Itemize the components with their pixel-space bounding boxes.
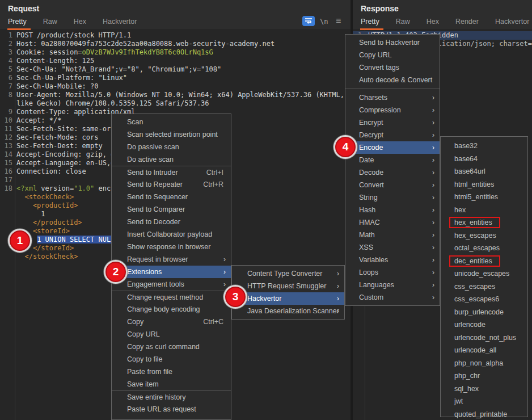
menu-item-extensions[interactable]: Extensions› [112,266,231,278]
menu-item-copy-url[interactable]: Copy URL [345,49,440,61]
menu-item-dec-entities[interactable]: dec_entities [441,255,527,268]
menu-item-java-deserialization-scanner[interactable]: Java Deserialization Scanner› [232,305,344,317]
menu-item-convert-tags[interactable]: Convert tags [345,61,440,74]
menu-item-base64url[interactable]: base64url [441,165,527,178]
menu-item-base64[interactable]: base64 [441,153,527,166]
menu-item-label: Copy URL [359,51,392,59]
menu-item-label: Content Type Converter [247,270,322,278]
menu-item-request-in-browser[interactable]: Request in browser› [112,253,231,266]
menu-item-custom[interactable]: Custom› [345,291,440,304]
menu-item-send-to-repeater[interactable]: Send to RepeaterCtrl+R [112,178,231,191]
menu-item-copy-url[interactable]: Copy URL [112,328,231,341]
menu-item-label: unicode_escapes [454,270,509,278]
editor-menu-icon[interactable]: ≡ [336,16,341,26]
menu-item-insert-collaborator-payload[interactable]: Insert Collaborator payload [112,228,231,241]
menu-item-math[interactable]: Math› [345,229,440,241]
menu-item-save-item[interactable]: Save item [112,378,231,390]
request-tab-hackvertor[interactable]: Hackvertor [103,18,137,26]
menu-item-encode[interactable]: Encode› [345,141,440,154]
menu-item-do-passive-scan[interactable]: Do passive scan [112,141,231,153]
submenu-arrow-icon: › [432,279,434,291]
menu-item-compression[interactable]: Compression› [345,104,440,116]
menu-item-jwt[interactable]: jwt [441,395,527,408]
response-tab-hex[interactable]: Hex [427,18,439,26]
menu-item-send-to-decoder[interactable]: Send to Decoder [112,216,231,228]
menu-item-html-entities[interactable]: html_entities [441,178,527,191]
hackvertor-submenu: Send to HackvertorCopy URLConvert tagsAu… [345,34,440,306]
code-segment: Sec-Fetch-Site: same-origin [16,125,127,133]
menu-item-content-type-converter[interactable]: Content Type Converter› [232,267,344,280]
newline-toggle-icon[interactable]: \n [320,18,328,26]
menu-item-encrypt[interactable]: Encrypt› [345,116,440,129]
menu-item-sql-hex[interactable]: sql_hex [441,383,527,396]
response-tab-raw[interactable]: Raw [396,18,410,26]
request-panel-header: Request Pretty Raw Hex Hackvertor \n ≡ [0,0,351,30]
menu-item-base32[interactable]: base32 [441,140,527,153]
menu-item-css-escapes6[interactable]: css_escapes6 [441,293,527,306]
menu-item-unicode-escapes[interactable]: unicode_escapes [441,267,527,280]
menu-item-hackvertor[interactable]: Hackvertor› [232,292,344,305]
menu-item-decode[interactable]: Decode› [345,166,440,179]
menu-item-charsets[interactable]: Charsets› [345,91,440,104]
code-text: Sec-Fetch-Mode: cors [16,133,99,142]
menu-item-label: Scan [127,118,143,126]
menu-item-paste-from-file[interactable]: Paste from file [112,366,231,378]
menu-item-urlencode-all[interactable]: urlencode_all [441,344,527,357]
menu-item-hmac[interactable]: HMAC› [345,216,440,229]
code-text: 1 [16,210,45,219]
line-number: 7 [0,82,12,91]
menu-item-auto-decode-convert[interactable]: Auto decode & Convert [345,74,440,86]
menu-item-variables[interactable]: Variables› [345,254,440,266]
menu-item-hash[interactable]: Hash› [345,204,440,216]
menu-item-engagement-tools[interactable]: Engagement tools› [112,278,231,291]
request-tab-hex[interactable]: Hex [74,18,86,26]
request-tab-pretty[interactable]: Pretty [8,18,27,26]
menu-item-burp-urlencode[interactable]: burp_urlencode [441,306,527,319]
menu-item-hex-entities[interactable]: hex_entities [441,216,527,229]
response-tab-pretty[interactable]: Pretty [361,18,379,26]
menu-item-show-response-in-browser[interactable]: Show response in browser [112,241,231,253]
menu-item-html5-entities[interactable]: html5_entities [441,191,527,204]
menu-item-string[interactable]: String› [345,191,440,204]
menu-item-change-request-method[interactable]: Change request method [112,291,231,303]
menu-item-paste-url-as-request[interactable]: Paste URL as request [112,403,231,415]
menu-item-convert[interactable]: Convert› [345,179,440,191]
menu-item-label: Paste URL as request [127,405,196,413]
word-wrap-toggle-icon[interactable] [302,16,315,26]
menu-item-label: Encrypt [359,119,383,127]
menu-item-css-escapes[interactable]: css_escapes [441,280,527,293]
menu-item-label: Copy [127,318,143,326]
menu-item-php-non-alpha[interactable]: php_non_alpha [441,357,527,370]
menu-item-loops[interactable]: Loops› [345,266,440,279]
menu-item-send-to-sequencer[interactable]: Send to Sequencer [112,191,231,203]
menu-item-urlencode-not-plus[interactable]: urlencode_not_plus [441,331,527,345]
menu-item-send-to-comparer[interactable]: Send to Comparer [112,203,231,216]
code-segment: Sec-Ch-Ua-Mobile: ?0 [16,82,99,90]
menu-item-urlencode[interactable]: urlencode [441,318,527,331]
menu-item-copy-to-file[interactable]: Copy to file [112,353,231,366]
menu-item-save-entire-history[interactable]: Save entire history [112,390,231,403]
menu-item-octal-escapes[interactable]: octal_escapes [441,242,527,255]
menu-item-do-active-scan[interactable]: Do active scan [112,153,231,166]
menu-item-hex-escapes[interactable]: hex_escapes [441,229,527,242]
menu-item-scan-selected-insertion-point[interactable]: Scan selected insertion point [112,128,231,141]
menu-item-xss[interactable]: XSS› [345,241,440,254]
request-tab-raw[interactable]: Raw [43,18,57,26]
menu-item-label: urlencode_all [454,346,496,354]
menu-item-php-chr[interactable]: php_chr [441,369,527,383]
submenu-arrow-icon: › [432,104,434,116]
menu-item-decrypt[interactable]: Decrypt› [345,129,440,141]
response-tab-hackvertor[interactable]: Hackvertor [495,18,529,26]
response-tab-render[interactable]: Render [455,18,479,26]
menu-item-send-to-hackvertor[interactable]: Send to Hackvertor [345,36,440,49]
menu-item-send-to-intruder[interactable]: Send to IntruderCtrl+I [112,166,231,178]
menu-item-languages[interactable]: Languages› [345,279,440,291]
menu-item-copy-as-curl-command[interactable]: Copy as curl command [112,341,231,353]
menu-item-date[interactable]: Date› [345,154,440,166]
menu-item-change-body-encoding[interactable]: Change body encoding [112,303,231,316]
menu-item-scan[interactable]: Scan [112,116,231,128]
menu-item-copy[interactable]: CopyCtrl+C [112,316,231,328]
menu-item-quoted-printable[interactable]: quoted_printable [441,408,527,420]
menu-item-http-request-smuggler[interactable]: HTTP Request Smuggler› [232,280,344,292]
menu-item-hex[interactable]: hex [441,204,527,217]
